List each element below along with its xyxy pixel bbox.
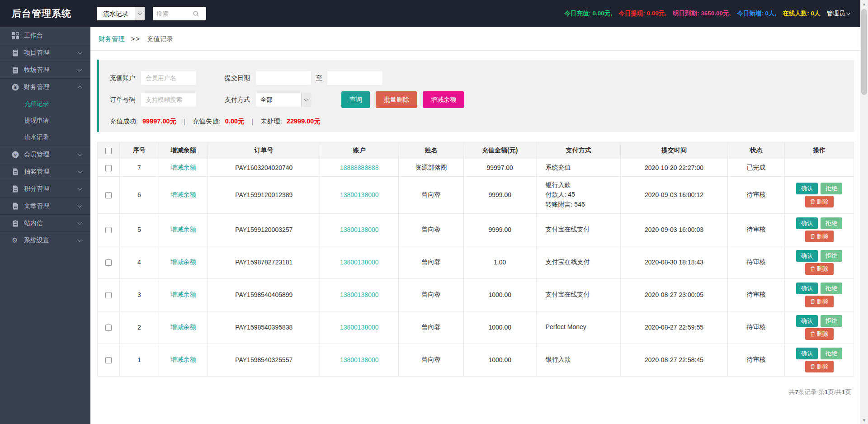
chevron-down-icon (78, 169, 82, 173)
pay-method-value: 全部 (256, 93, 301, 107)
sidebar-item-project: 项目管理 (0, 44, 90, 61)
reject-button[interactable]: 拒绝 (821, 250, 842, 262)
status-cell: 待审核 (727, 278, 785, 311)
module-select[interactable]: 流水记录 (97, 7, 145, 20)
adjust-balance-link[interactable]: 增减余额 (170, 356, 196, 363)
delete-button[interactable]: 删除 (805, 328, 834, 340)
adjust-balance-link[interactable]: 增减余额 (170, 226, 196, 233)
adjust-balance-link[interactable]: 增减余额 (170, 291, 196, 298)
account-link[interactable]: 13800138000 (340, 324, 379, 331)
summary-label: 未处理: (260, 117, 282, 126)
delete-button[interactable]: 删除 (805, 196, 834, 207)
confirm-button[interactable]: 确认 (796, 183, 818, 194)
scroll-down-arrow[interactable]: ▼ (860, 416, 868, 424)
account-link[interactable]: 13800138000 (340, 226, 379, 233)
query-button[interactable]: 查询 (341, 91, 370, 108)
time-cell: 2020-08-27 22:59:55 (621, 311, 727, 344)
date-from-input[interactable] (255, 71, 311, 85)
sidebar-item-article-row[interactable]: 文章管理 (0, 198, 90, 214)
confirm-button[interactable]: 确认 (796, 315, 818, 327)
document-icon (12, 185, 19, 193)
status-cell: 待审核 (727, 213, 785, 246)
actions-cell: 确认拒绝删除 (785, 344, 854, 376)
reject-button[interactable]: 拒绝 (821, 217, 842, 229)
reject-button[interactable]: 拒绝 (821, 183, 842, 194)
row-checkbox[interactable] (105, 165, 112, 171)
sidebar-item-lottery: 抽奖管理 (0, 163, 90, 180)
sidebar-item-member-row[interactable]: V会员管理 (0, 146, 90, 163)
batch-delete-button[interactable]: 批量删除 (376, 91, 417, 108)
account-link[interactable]: 18888888888 (340, 164, 379, 171)
sidebar-subitem-withdraw-apply[interactable]: 提现申请 (0, 112, 90, 129)
delete-label: 删除 (817, 297, 829, 306)
account-link[interactable]: 13800138000 (340, 259, 379, 266)
sidebar-item-lottery-row[interactable]: 抽奖管理 (0, 163, 90, 180)
account-link[interactable]: 13800138000 (340, 291, 379, 298)
date-to-input[interactable] (327, 71, 383, 85)
adjust-balance-link[interactable]: 增减余额 (170, 164, 196, 171)
name-cell: 曾向蓉 (399, 213, 464, 246)
account-link[interactable]: 13800138000 (340, 356, 379, 363)
search-icon[interactable] (193, 10, 199, 17)
row-checkbox[interactable] (105, 357, 112, 363)
status-cell: 待审核 (727, 246, 785, 278)
confirm-button[interactable]: 确认 (796, 250, 818, 262)
vertical-scrollbar[interactable]: ▲ ▼ (860, 0, 868, 424)
reject-button[interactable]: 拒绝 (821, 315, 842, 327)
adjust-balance-link[interactable]: 增减余额 (170, 191, 196, 198)
sidebar-item-system-settings-row[interactable]: ⚙系统设置 (0, 232, 90, 249)
delete-label: 删除 (817, 265, 829, 273)
column-header: 序号 (120, 142, 159, 159)
confirm-button[interactable]: 确认 (796, 283, 818, 294)
recharge-account-input[interactable] (141, 71, 197, 85)
sidebar-subitem-flow-records[interactable]: 流水记录 (0, 129, 90, 146)
row-checkbox[interactable] (105, 227, 112, 233)
account-link[interactable]: 13800138000 (340, 191, 379, 198)
pay-method-select[interactable]: 全部 (255, 92, 311, 107)
app-title: 后台管理系统 (0, 7, 90, 20)
delete-button[interactable]: 删除 (805, 231, 834, 242)
admin-label: 管理员 (827, 9, 845, 18)
adjust-balance-button[interactable]: 增减余额 (423, 91, 464, 108)
scroll-up-arrow[interactable]: ▲ (860, 0, 868, 8)
row-checkbox[interactable] (105, 325, 112, 331)
sidebar-item-workbench-row[interactable]: 工作台 (0, 27, 90, 44)
seq-cell: 7 (120, 159, 159, 177)
sidebar-item-label: 会员管理 (24, 151, 73, 159)
confirm-button[interactable]: 确认 (796, 217, 818, 229)
delete-button[interactable]: 删除 (805, 361, 834, 372)
reject-button[interactable]: 拒绝 (821, 283, 842, 294)
module-select-caret[interactable] (135, 7, 145, 20)
row-checkbox[interactable] (105, 192, 112, 198)
recharge-account-label: 充值账户 (110, 74, 135, 82)
action-line-2: 删除 (788, 196, 851, 207)
sidebar-item-project-row[interactable]: 项目管理 (0, 44, 90, 61)
row-checkbox[interactable] (105, 259, 112, 266)
pay-method-label: 支付方式 (225, 96, 250, 104)
scrollbar-thumb[interactable] (861, 9, 867, 95)
sidebar-subitem-recharge-records[interactable]: 充值记录 (0, 95, 90, 112)
adjust-balance-link[interactable]: 增减余额 (170, 258, 196, 265)
sidebar-item-pasture-row[interactable]: 牧场管理 (0, 61, 90, 78)
search-input[interactable] (156, 10, 193, 17)
adjust-balance-link[interactable]: 增减余额 (170, 323, 196, 330)
admin-menu[interactable]: 管理员 (827, 9, 850, 18)
reject-button[interactable]: 拒绝 (821, 348, 842, 359)
chevron-down-icon (846, 11, 851, 15)
pay-method-caret[interactable] (301, 93, 311, 107)
sidebar-item-finance-row[interactable]: ¥财务管理 (0, 79, 90, 95)
table-row: 5 增减余额 PAY1599120003257 13800138000 曾向蓉 … (98, 213, 854, 246)
order-no-input[interactable] (141, 92, 197, 107)
select-all-checkbox[interactable] (105, 148, 112, 154)
delete-button[interactable]: 删除 (805, 263, 834, 275)
delete-button[interactable]: 删除 (805, 296, 834, 307)
pagination-text: 1 (842, 389, 845, 396)
confirm-button[interactable]: 确认 (796, 348, 818, 359)
breadcrumb-parent[interactable]: 财务管理 (99, 35, 125, 42)
sidebar-item-points-row[interactable]: 积分管理 (0, 180, 90, 197)
module-select-value: 流水记录 (97, 7, 135, 20)
sidebar-item-site-message-row[interactable]: 站内信 (0, 215, 90, 231)
breadcrumb-current: 充值记录 (147, 35, 173, 42)
chevron-down-icon (78, 237, 82, 242)
row-checkbox[interactable] (105, 292, 112, 298)
